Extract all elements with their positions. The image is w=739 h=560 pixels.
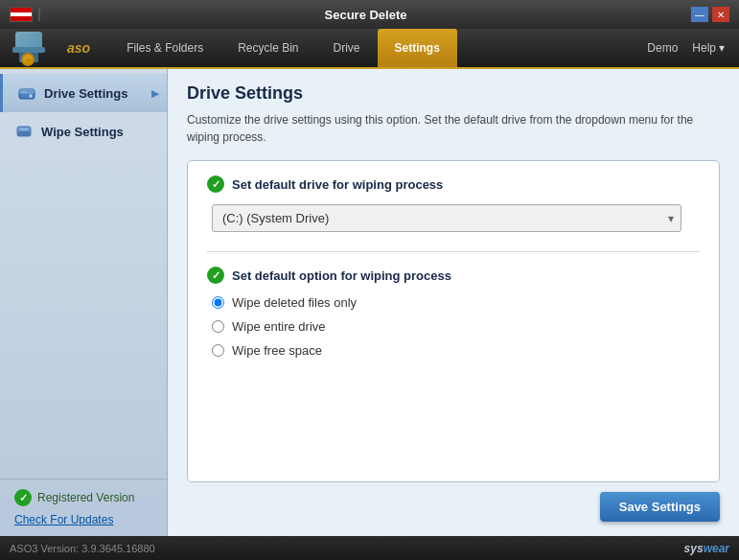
nav-right-links: Demo Help ▾ [647,29,734,67]
minimize-button[interactable]: — [691,7,708,22]
brand-logo: syswear [684,542,729,555]
sidebar-item-wipe-settings[interactable]: Wipe Settings [0,112,167,151]
flag-icon [10,7,33,22]
version-label: ASO3 Version: 3.9.3645.16880 [10,543,155,554]
save-settings-button[interactable]: Save Settings [600,492,720,522]
svg-point-2 [30,95,33,98]
settings-panel: ✓ Set default drive for wiping process (… [187,160,720,482]
app-icon [10,30,48,66]
sidebar: Drive Settings ▶ Wipe Settings ✓ Registe… [0,69,168,536]
default-option-group: ✓ Set default option for wiping process … [207,267,700,358]
title-bar: Secure Delete — ✕ [0,0,739,29]
content-description: Customize the drive settings using this … [187,111,720,146]
default-drive-check-icon: ✓ [207,175,224,193]
svg-rect-5 [17,131,31,136]
window-title: Secure Delete [40,8,691,22]
nav-bar: aso Files & Folders Recycle Bin Drive Se… [0,29,739,69]
default-option-title: ✓ Set default option for wiping process [207,267,700,284]
window-controls: — ✕ [691,7,729,22]
drive-dropdown-wrapper: (C:) (System Drive) (D:) (E:) ▾ [212,204,681,232]
sidebar-item-label-2: Wipe Settings [41,125,124,139]
main-container: Drive Settings ▶ Wipe Settings ✓ Registe… [0,69,739,536]
sidebar-item-label: Drive Settings [44,86,127,101]
tab-drive[interactable]: Drive [316,29,378,67]
nav-tabs: Files & Folders Recycle Bin Drive Settin… [109,29,647,67]
default-drive-title: ✓ Set default drive for wiping process [207,175,700,193]
svg-rect-6 [20,128,28,130]
wipe-entire-option[interactable]: Wipe entire drive [212,319,700,334]
wipe-free-radio[interactable] [212,344,224,357]
settings-divider [207,251,700,252]
content-footer: Save Settings [187,482,720,522]
default-drive-group: ✓ Set default drive for wiping process (… [207,175,700,232]
app-logo-area [5,29,58,67]
bottom-bar: ASO3 Version: 3.9.3645.16880 syswear [0,536,739,560]
tab-recycle[interactable]: Recycle Bin [220,29,315,67]
demo-link[interactable]: Demo [647,41,678,55]
sidebar-arrow-icon: ▶ [151,88,159,99]
wipe-option-radio-group: Wipe deleted files only Wipe entire driv… [212,295,700,358]
tab-settings[interactable]: Settings [378,29,457,67]
registered-badge: ✓ Registered Version [14,489,152,506]
svg-rect-1 [19,89,35,94]
sidebar-item-drive-settings[interactable]: Drive Settings ▶ [0,74,167,112]
drive-settings-icon [17,83,36,103]
wipe-free-option[interactable]: Wipe free space [212,343,700,358]
drive-dropdown-container: (C:) (System Drive) (D:) (E:) ▾ [212,204,700,232]
default-option-check-icon: ✓ [207,267,224,284]
drive-dropdown[interactable]: (C:) (System Drive) (D:) (E:) [212,204,681,232]
wipe-settings-icon [14,122,34,141]
svg-rect-3 [21,92,27,93]
wipe-entire-radio[interactable] [212,320,224,333]
wipe-deleted-option[interactable]: Wipe deleted files only [212,295,700,310]
help-link[interactable]: Help ▾ [692,41,725,55]
check-updates-button[interactable]: Check For Updates [14,513,113,526]
nav-logo: aso [58,29,100,67]
content-area: Drive Settings Customize the drive setti… [168,69,739,536]
registered-check-icon: ✓ [14,489,32,506]
close-button[interactable]: ✕ [712,7,729,22]
wipe-deleted-radio[interactable] [212,296,224,309]
sidebar-bottom: ✓ Registered Version Check For Updates [0,478,167,536]
page-title: Drive Settings [187,83,720,104]
tab-files[interactable]: Files & Folders [109,29,220,67]
registered-label: Registered Version [37,491,134,504]
